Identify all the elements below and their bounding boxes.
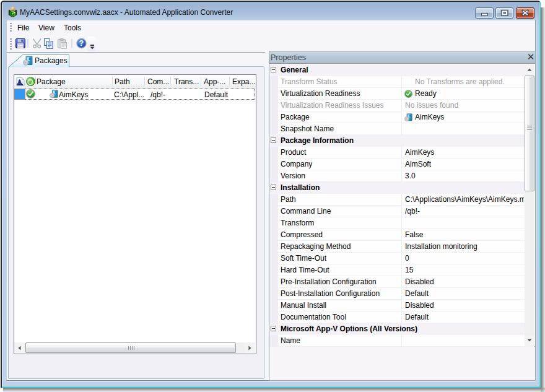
- svg-text:?: ?: [79, 39, 84, 48]
